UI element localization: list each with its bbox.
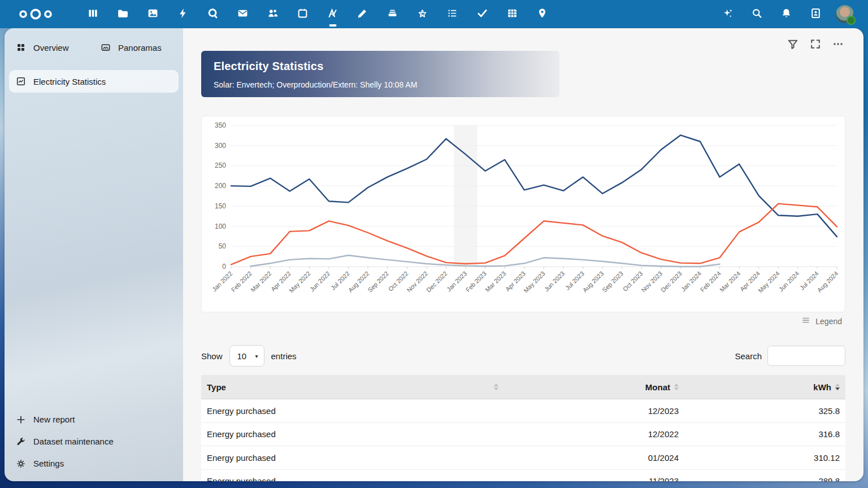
chartbox-icon bbox=[16, 76, 26, 86]
sidebar-item-label: New report bbox=[33, 415, 75, 424]
sort-icon bbox=[674, 384, 679, 390]
column-label: kWh bbox=[813, 382, 831, 392]
app-dashboard-button[interactable] bbox=[78, 0, 108, 28]
cell-type: Energy purchased bbox=[201, 476, 504, 481]
search-input[interactable] bbox=[767, 346, 845, 366]
data-table: TypeMonatkWhEnergy purchased12/2023325.8… bbox=[201, 375, 845, 481]
app-deck-button[interactable] bbox=[377, 0, 407, 28]
contacts-menu-icon bbox=[810, 7, 822, 21]
app-menu bbox=[78, 0, 557, 28]
table-row[interactable]: Energy purchased01/2024310.12 bbox=[201, 446, 845, 470]
app-tables-button[interactable] bbox=[497, 0, 527, 28]
cell-kwh: 289.8 bbox=[684, 476, 845, 481]
search-button[interactable] bbox=[742, 0, 771, 28]
app-analytics-button[interactable] bbox=[318, 0, 348, 28]
talk-icon bbox=[207, 7, 219, 21]
legend-toggle-button[interactable]: Legend bbox=[797, 315, 845, 327]
column-header-kwh[interactable]: kWh bbox=[684, 382, 845, 392]
svg-text:250: 250 bbox=[215, 162, 226, 169]
cell-monat: 01/2024 bbox=[504, 453, 684, 463]
app-talk-button[interactable] bbox=[198, 0, 228, 28]
more-button[interactable] bbox=[827, 34, 849, 55]
report-title: Electricity Statistics bbox=[214, 60, 547, 73]
app-maps-button[interactable] bbox=[527, 0, 557, 28]
more-icon bbox=[832, 38, 844, 52]
app-activity-button[interactable] bbox=[168, 0, 198, 28]
app-tasks-button[interactable] bbox=[467, 0, 497, 28]
tables-icon bbox=[506, 7, 518, 21]
app-contacts-button[interactable] bbox=[258, 0, 288, 28]
assistant-icon bbox=[722, 7, 734, 21]
svg-text:Feb 2023: Feb 2023 bbox=[465, 270, 488, 293]
entries-label: entries bbox=[271, 351, 297, 361]
line-chart[interactable]: 050100150200250300350Jan 2022Feb 2022Mar… bbox=[202, 116, 845, 312]
table-controls: Show 10 ▾ entries Search bbox=[201, 345, 845, 367]
chart-card: 050100150200250300350Jan 2022Feb 2022Mar… bbox=[201, 116, 845, 312]
svg-text:Dec 2023: Dec 2023 bbox=[659, 270, 683, 294]
sidebar-item-label: Panoramas bbox=[118, 43, 162, 53]
cell-monat: 12/2023 bbox=[504, 406, 684, 416]
cell-type: Energy purchased bbox=[201, 453, 504, 463]
user-avatar[interactable] bbox=[836, 5, 854, 23]
app-calendar-button[interactable] bbox=[288, 0, 318, 28]
app-list-button[interactable] bbox=[437, 0, 467, 28]
svg-text:Jun 2022: Jun 2022 bbox=[309, 270, 331, 293]
svg-text:Sep 2023: Sep 2023 bbox=[601, 270, 624, 294]
sidebar-item-panoramas[interactable]: Panoramas bbox=[94, 36, 179, 59]
list-icon bbox=[446, 7, 458, 21]
gear-icon bbox=[16, 459, 26, 469]
calendar-icon bbox=[297, 7, 309, 21]
fullscreen-button[interactable] bbox=[805, 34, 826, 55]
sidebar-item-new-report[interactable]: New report bbox=[9, 408, 179, 430]
sidebar-item-electricity-statistics[interactable]: Electricity Statistics bbox=[9, 70, 179, 93]
sidebar-report-list: Electricity Statistics bbox=[9, 70, 179, 93]
tasks-icon bbox=[476, 7, 488, 21]
svg-text:Mar 2024: Mar 2024 bbox=[718, 270, 741, 293]
svg-text:Mar 2022: Mar 2022 bbox=[249, 270, 272, 293]
sidebar-item-dataset-maintenance[interactable]: Dataset maintenance bbox=[9, 430, 179, 452]
svg-text:Jun 2024: Jun 2024 bbox=[778, 270, 800, 293]
nextcloud-logo[interactable] bbox=[17, 7, 54, 21]
column-header-type[interactable]: Type bbox=[201, 382, 504, 392]
svg-text:200: 200 bbox=[215, 182, 226, 190]
legend-row: Legend bbox=[201, 315, 845, 327]
svg-text:Dec 2022: Dec 2022 bbox=[425, 270, 449, 294]
app-photos-button[interactable] bbox=[138, 0, 168, 28]
sidebar-item-label: Electricity Statistics bbox=[33, 77, 106, 86]
contacts-icon bbox=[267, 7, 279, 21]
filter-button[interactable] bbox=[782, 34, 804, 55]
app-notes-button[interactable] bbox=[348, 0, 377, 28]
page-size-select[interactable]: 10 ▾ bbox=[229, 345, 264, 367]
page-size-value: 10 bbox=[237, 351, 247, 361]
table-row[interactable]: Energy purchased12/2022316.8 bbox=[201, 423, 845, 447]
svg-text:0: 0 bbox=[222, 263, 226, 271]
report-toolbar bbox=[782, 34, 849, 55]
deck-icon bbox=[387, 7, 398, 21]
status-indicator bbox=[847, 16, 856, 25]
cell-type: Energy purchased bbox=[201, 429, 504, 439]
grid-icon bbox=[16, 42, 26, 53]
sidebar-item-overview[interactable]: Overview bbox=[9, 36, 94, 59]
sidebar-top-nav: OverviewPanoramas bbox=[9, 36, 179, 59]
cell-kwh: 325.8 bbox=[684, 406, 845, 416]
plus-icon bbox=[16, 415, 26, 425]
analytics-icon bbox=[327, 7, 338, 21]
column-header-monat[interactable]: Monat bbox=[504, 382, 684, 392]
contacts-menu-button[interactable] bbox=[801, 0, 830, 28]
sidebar-item-settings[interactable]: Settings bbox=[9, 452, 179, 474]
table-row[interactable]: Energy purchased11/2023289.8 bbox=[201, 470, 845, 482]
panorama-icon bbox=[101, 42, 111, 53]
notes-icon bbox=[357, 7, 368, 21]
assistant-button[interactable] bbox=[713, 0, 742, 28]
svg-text:Aug 2024: Aug 2024 bbox=[816, 270, 840, 294]
table-search: Search bbox=[735, 346, 845, 366]
app-frame: OverviewPanoramas Electricity Statistics… bbox=[5, 28, 863, 481]
table-row[interactable]: Energy purchased12/2023325.8 bbox=[201, 399, 845, 423]
maps-icon bbox=[536, 7, 548, 21]
mail-icon bbox=[237, 7, 249, 21]
chevron-down-icon: ▾ bbox=[255, 353, 258, 359]
notifications-button[interactable] bbox=[771, 0, 801, 28]
app-files-button[interactable] bbox=[108, 0, 138, 28]
app-cospend-button[interactable] bbox=[407, 0, 437, 28]
app-mail-button[interactable] bbox=[228, 0, 258, 28]
